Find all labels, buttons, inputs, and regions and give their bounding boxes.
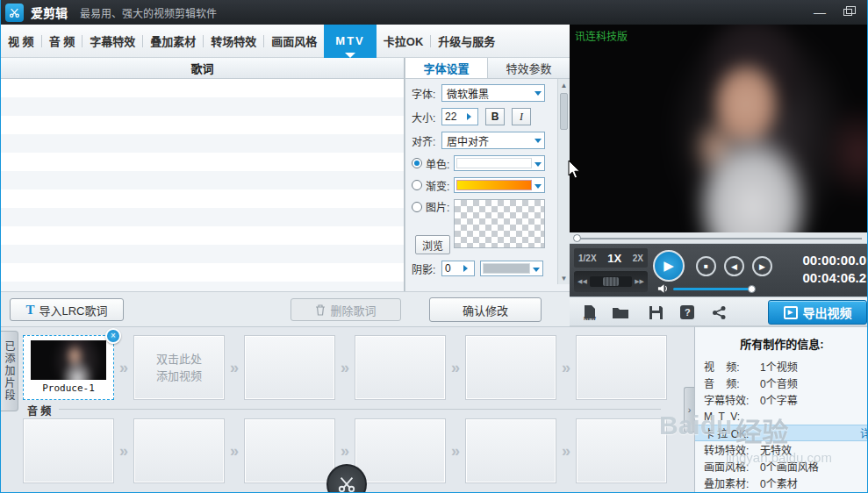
scroll-up-icon[interactable]: ▲ [558,79,570,91]
seek-bar[interactable] [570,232,868,244]
info-row-overlay-material: 叠加素材: 0个素材 [695,475,868,491]
speed-1x-button[interactable]: 1X [607,252,621,265]
add-video-hint-line2: 添加视频 [156,368,202,384]
speed-2x-button[interactable]: 2X [633,254,643,263]
browse-button[interactable]: 浏览 [415,235,450,254]
play-button[interactable]: ▶ [653,250,685,282]
volume-slider[interactable] [673,288,754,290]
tab-mtv[interactable]: MTV [324,25,376,58]
info-row-label: 转场特效: [704,442,760,457]
volume-handle[interactable] [748,285,756,293]
info-row-mtv: M T V: [695,408,868,425]
empty-video-slot[interactable] [355,335,446,400]
empty-audio-slot[interactable] [244,418,335,483]
info-row-karaoke[interactable]: 卡 拉 OK: 详 [695,425,868,441]
restore-icon [843,9,852,16]
new-project-button[interactable]: NEW [578,303,599,322]
tab-font-settings[interactable]: 字体设置 [405,58,488,78]
shadow-color-select[interactable] [480,261,543,276]
share-button[interactable] [708,303,729,322]
collapse-handle[interactable]: › [684,387,694,432]
seek-handle[interactable] [573,234,581,242]
clip-item[interactable]: Produce-1 × [23,335,114,400]
prev-frame-button[interactable]: ◀ [724,256,744,276]
image-radio[interactable] [412,202,422,212]
align-select[interactable]: 居中对齐 [441,132,545,149]
jog-control[interactable]: ◀◀ ▶▶ [574,271,648,292]
svg-text:?: ? [685,307,691,318]
empty-audio-slot[interactable] [355,418,446,483]
trash-icon [315,304,326,316]
add-video-slot[interactable]: 双击此处 添加视频 [133,335,225,400]
jog-back-icon[interactable]: ◀◀ [577,278,587,285]
stop-button[interactable]: ■ [696,256,716,276]
tab-effect-params[interactable]: 特效参数 [488,58,570,78]
italic-button[interactable]: I [512,108,531,125]
jog-thumb[interactable] [603,277,619,286]
empty-video-slot[interactable] [244,335,335,400]
scrollbar-thumb[interactable] [560,93,568,130]
empty-video-slot[interactable] [576,335,667,400]
gradient-radio[interactable] [412,180,422,190]
empty-audio-slot[interactable] [465,418,556,483]
empty-video-slot[interactable] [465,335,556,400]
info-row-label: 画面风格: [704,459,760,474]
tab-overlay-material[interactable]: 叠加素材 [143,25,203,58]
scroll-down-icon[interactable]: ▼ [558,272,570,284]
restore-button[interactable] [834,0,862,25]
image-preview[interactable] [454,199,545,248]
empty-audio-slot[interactable] [23,418,114,483]
jog-forward-icon[interactable]: ▶▶ [635,278,644,285]
solid-color-label: 单色: [426,156,454,171]
bold-button[interactable]: B [485,108,505,125]
tab-video[interactable]: 视 频 [1,25,41,58]
info-row-value: 0个音频 [760,375,868,390]
solid-color-radio[interactable] [412,158,422,168]
font-panel-scrollbar[interactable]: ▲ ▼ [557,79,570,284]
added-clips-tab[interactable]: 已添加片段 [1,331,18,411]
shadow-stepper[interactable]: 0 [441,261,475,276]
lyrics-list[interactable] [1,79,404,291]
export-video-button[interactable]: ▶ 导出视频 [768,300,867,325]
open-file-button[interactable] [610,303,631,322]
tab-karaoke[interactable]: 卡拉OK [377,25,431,58]
minimize-button[interactable]: — [806,0,834,25]
save-button[interactable] [645,303,666,322]
info-rows: 视 频: 1个视频 音 频: 0个音频 字幕特效: 0个字幕 M T V: 卡 … [695,358,868,491]
tab-subtitle-fx[interactable]: 字幕特效 [82,25,142,58]
help-button[interactable]: ? [677,303,698,322]
confirm-changes-button[interactable]: 确认修改 [429,297,542,322]
speaker-icon [657,283,669,294]
info-row-label: 视 频: [704,359,760,374]
save-icon [649,305,664,320]
jog-track[interactable] [590,276,632,287]
font-family-select[interactable]: 微软雅黑 [441,84,545,102]
speed-half-button[interactable]: 1/2X [578,254,597,263]
clip-separator-icon [446,359,465,377]
next-frame-button[interactable]: ▶ [752,256,772,276]
empty-audio-slot[interactable] [576,418,667,483]
actions-strip: T 导入LRC歌词 删除歌词 确认修改 [1,291,570,326]
align-label: 对齐: [412,133,441,148]
info-row-value: 0个素材 [760,475,868,490]
gradient-select[interactable] [454,177,545,193]
next-icon: ▶ [759,262,765,271]
app-window: 爱剪辑 最易用、强大的视频剪辑软件 — 视 频 音 频 字幕特效 叠加素材 转场… [0,0,868,493]
tab-picture-style[interactable]: 画面风格 [264,25,324,58]
delete-lyrics-button[interactable]: 删除歌词 [291,298,401,321]
tab-audio[interactable]: 音 频 [42,25,82,58]
info-row-value: 0个字幕 [760,392,868,407]
preview-area[interactable]: 讯连科技版 [570,25,868,232]
detail-link[interactable]: 详 [860,425,868,440]
chevron-down-icon [534,184,542,192]
font-size-stepper[interactable]: 22 [441,108,478,125]
clip-close-button[interactable]: × [105,328,121,344]
menu-bar: 视 频 音 频 字幕特效 叠加素材 转场特效 画面风格 MTV 卡拉OK 升级与… [1,25,570,58]
image-label: 图片: [426,199,454,214]
info-row-label: 卡 拉 OK: [704,425,760,440]
solid-color-select[interactable] [454,155,545,171]
tab-upgrade-service[interactable]: 升级与服务 [431,25,502,58]
empty-audio-slot[interactable] [133,418,225,483]
tab-transition-fx[interactable]: 转场特效 [204,25,263,58]
import-lrc-button[interactable]: T 导入LRC歌词 [10,298,124,321]
